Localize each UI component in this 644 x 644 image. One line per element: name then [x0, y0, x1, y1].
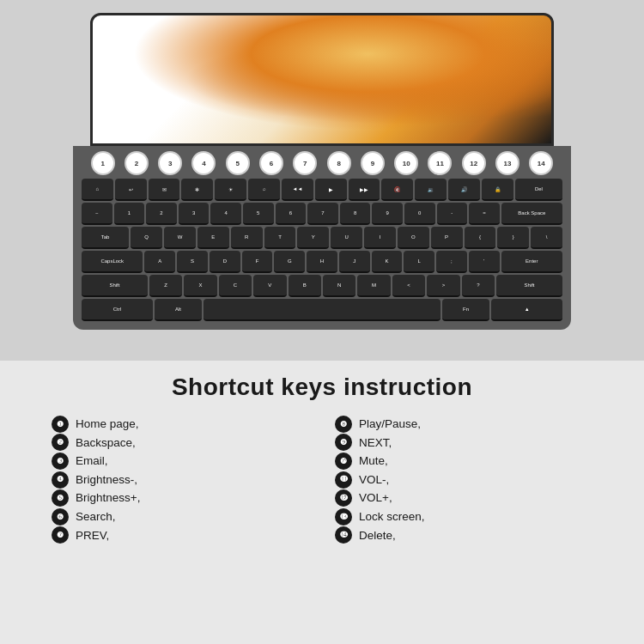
key-7: 7: [307, 203, 338, 225]
shortcut-item-3: ❸ Email,: [52, 452, 309, 471]
shortcuts-left-col: ❶ Home page, ❷ Backspace, ❸ Email, ❹ Bri…: [52, 415, 309, 544]
device-container: 1 2 3 4 5 6 7 8 9 10 11 12 13 14 ⌂ ↩: [56, 13, 588, 348]
shortcut-num-5: ❺: [52, 489, 69, 507]
shortcut-label-8: Play/Pause,: [359, 415, 421, 434]
key-m: M: [357, 275, 390, 297]
num-circle-11: 11: [428, 151, 452, 175]
section-title: Shortcut keys instruction: [34, 374, 610, 401]
key-b: B: [289, 275, 321, 297]
key-shift-left: Shift: [82, 275, 148, 297]
key-comma: <: [392, 275, 425, 297]
num-circle-14: 14: [529, 151, 553, 175]
qwerty-row: Tab Q W E R T Y U I O P { } \: [82, 227, 562, 249]
key-w: W: [164, 227, 196, 249]
shortcut-label-11: VOL-,: [359, 471, 389, 489]
shortcut-num-3: ❸: [52, 453, 69, 470]
key-next: ▶▶: [349, 179, 380, 201]
key-backslash: \: [531, 227, 562, 249]
shortcut-num-13: ⓭: [335, 508, 352, 526]
asdf-row: CapsLock A S D F G H J K L ; ' Enter: [82, 251, 562, 273]
keyboard-base: 1 2 3 4 5 6 7 8 9 10 11 12 13 14 ⌂ ↩: [73, 146, 571, 330]
key-email: ✉: [149, 179, 180, 201]
key-r: R: [231, 227, 263, 249]
num-circle-9: 9: [361, 151, 385, 175]
key-playpause: ▶: [315, 179, 347, 201]
num-circle-5: 5: [226, 151, 250, 175]
key-n: N: [323, 275, 355, 297]
shortcut-item-6: ❻ Search,: [52, 507, 309, 526]
key-shift-right: Shift: [496, 275, 562, 297]
key-j: J: [339, 251, 370, 273]
key-lock: 🔒: [482, 179, 513, 201]
shortcut-item-10: ❿ Mute,: [335, 452, 592, 471]
key-slash: ?: [462, 275, 495, 297]
key-enter: Enter: [501, 251, 562, 273]
shortcut-label-3: Email,: [76, 452, 108, 471]
key-lbracket: {: [465, 227, 496, 249]
shortcut-label-7: PREV,: [76, 526, 109, 545]
shortcut-label-14: Delete,: [359, 526, 396, 545]
key-mute: 🔇: [381, 179, 413, 201]
key-y: Y: [297, 227, 329, 249]
num-circle-4: 4: [191, 151, 216, 175]
key-period: >: [427, 275, 459, 297]
shortcut-item-9: ❾ NEXT,: [335, 434, 592, 453]
shortcut-label-12: VOL+,: [359, 489, 392, 507]
key-q: Q: [131, 227, 162, 249]
key-search: ⌕: [248, 179, 280, 201]
key-z: Z: [149, 275, 182, 297]
key-e: E: [197, 227, 229, 249]
key-brightness-down: ✻: [181, 179, 213, 201]
shortcut-label-13: Lock screen,: [359, 507, 425, 526]
key-tilde: ~: [82, 203, 112, 225]
key-arrow-up: ▲: [491, 299, 562, 321]
shortcut-num-2: ❷: [52, 434, 69, 451]
shortcut-item-1: ❶ Home page,: [52, 415, 309, 434]
shortcut-label-1: Home page,: [76, 415, 139, 434]
shortcut-item-14: ⓮ Delete,: [335, 526, 592, 545]
shortcut-item-13: ⓭ Lock screen,: [335, 507, 592, 526]
key-t: T: [264, 227, 296, 249]
key-u: U: [331, 227, 362, 249]
key-1: 1: [114, 203, 145, 225]
shortcut-num-6: ❻: [52, 508, 69, 526]
key-2: 2: [146, 203, 177, 225]
key-vol-down: 🔉: [415, 179, 447, 201]
num-circle-13: 13: [495, 151, 519, 175]
key-semicolon: ;: [436, 251, 467, 273]
shortcut-label-2: Backspace,: [76, 434, 136, 453]
key-p: P: [431, 227, 463, 249]
key-o: O: [398, 227, 429, 249]
key-g: G: [274, 251, 305, 273]
shortcut-num-14: ⓮: [335, 526, 352, 544]
key-tab: Tab: [82, 227, 129, 249]
shortcut-item-2: ❷ Backspace,: [52, 434, 309, 453]
tablet-screen: [90, 13, 554, 146]
num-circle-10: 10: [394, 151, 418, 175]
shortcut-num-4: ❹: [52, 471, 69, 489]
shortcuts-right-col: ❽ Play/Pause, ❾ NEXT, ❿ Mute, ⓫ VOL-, ⓬ …: [335, 415, 592, 544]
key-l: L: [404, 251, 434, 273]
keyboard-rows: ⌂ ↩ ✉ ✻ ☀ ⌕ ◄◄ ▶ ▶▶ 🔇 🔉 🔊 🔒 Del: [82, 179, 562, 321]
info-section: Shortcut keys instruction ❶ Home page, ❷…: [0, 361, 644, 644]
key-minus: -: [437, 203, 468, 225]
key-a: A: [144, 251, 175, 273]
shortcut-num-8: ❽: [335, 416, 352, 433]
key-alt: Alt: [155, 299, 202, 321]
shortcut-num-9: ❾: [335, 434, 352, 451]
key-k: K: [372, 251, 403, 273]
num-circle-3: 3: [158, 151, 182, 175]
num-circle-8: 8: [327, 151, 351, 175]
num-circle-1: 1: [91, 151, 115, 175]
shortcut-num-10: ❿: [335, 453, 352, 470]
key-fn: Fn: [442, 299, 489, 321]
shortcut-num-11: ⓫: [335, 471, 352, 489]
key-capslock: CapsLock: [82, 251, 143, 273]
shortcut-num-1: ❶: [52, 416, 69, 433]
shortcut-label-4: Brightness-,: [76, 471, 137, 489]
shortcut-item-8: ❽ Play/Pause,: [335, 415, 592, 434]
num-circle-6: 6: [259, 151, 283, 175]
shortcut-item-5: ❺ Brightness+,: [52, 489, 309, 507]
shortcut-label-10: Mute,: [359, 452, 388, 471]
num-circle-2: 2: [125, 151, 149, 175]
